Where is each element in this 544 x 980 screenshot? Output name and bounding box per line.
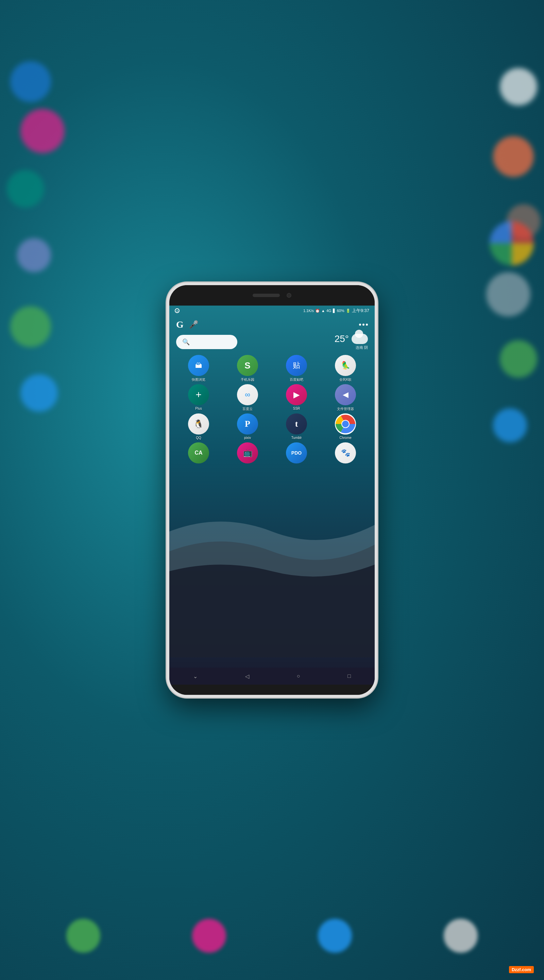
status-left: ◎ <box>175 308 179 313</box>
app-baidu-yun[interactable]: ∞ 百度云 <box>234 384 261 411</box>
app-label-qq: QQ <box>196 436 201 440</box>
dot2 <box>362 324 365 326</box>
app-grid: 🏔 快图浏览 S 手机乐园 贴 百度贴吧 <box>169 355 375 668</box>
nav-bar: ⌄ ◁ ○ □ <box>169 668 375 685</box>
search-bar[interactable]: 🔍 <box>176 335 237 349</box>
app-label-plus: Plus <box>195 407 201 410</box>
app-pixiv[interactable]: P pixiv <box>234 414 261 440</box>
google-bar: G 🎤 <box>169 316 375 334</box>
location-icon: ◎ <box>175 308 179 313</box>
phone-screen: ◎ 1.1K/s ⏰ ▲ 4G ▋ 60% 🔋 上午9:37 G 🎤 <box>169 305 375 685</box>
app-row-3: 🐧 QQ P pixiv t Tumblr <box>174 414 370 440</box>
bg-bottom-icon-3 <box>318 919 352 953</box>
app-icon-baidu-tie: 贴 <box>286 355 307 376</box>
app-label-baidu-yun: 百度云 <box>243 407 253 411</box>
app-icon-file: ◀ <box>335 384 356 405</box>
wifi-icon: ▲ <box>321 309 325 313</box>
bg-bottom-icon-4 <box>444 919 478 953</box>
nav-chevron[interactable]: ⌄ <box>190 670 200 682</box>
bg-bottom-icon-1 <box>66 919 100 953</box>
app-plus[interactable]: + Plus <box>185 384 212 411</box>
app-icon-baidu-main: 🐾 <box>335 442 356 463</box>
app-icon-pixiv: P <box>237 414 258 434</box>
battery-icon: 🔋 <box>346 309 351 313</box>
app-tumblr[interactable]: t Tumblr <box>283 414 310 440</box>
weather-temperature: 25° <box>335 334 349 344</box>
app-row-1: 🏔 快图浏览 S 手机乐园 贴 百度贴吧 <box>174 355 370 382</box>
google-icons-left: G 🎤 <box>176 319 198 330</box>
app-row-4: CA 📺 PDO 🐾 <box>174 442 370 465</box>
app-icon-qq: 🐧 <box>188 414 209 434</box>
bg-bottom-row <box>0 919 544 953</box>
app-shouji[interactable]: S 手机乐园 <box>234 355 261 382</box>
app-icon-ca: CA <box>188 442 209 463</box>
app-label-pixiv: pixiv <box>244 436 251 440</box>
app-label-kuaitu: 快图浏览 <box>192 377 205 382</box>
app-qq[interactable]: 🐧 QQ <box>185 414 212 440</box>
dot1 <box>359 324 361 326</box>
microphone-icon[interactable]: 🎤 <box>189 320 198 329</box>
phone-speaker <box>253 294 280 297</box>
battery-percent: 60% <box>337 309 344 313</box>
app-label-chrome: Chrome <box>339 436 352 440</box>
app-icon-baidu-yun: ∞ <box>237 384 258 405</box>
app-ssr[interactable]: ▶ SSR <box>283 384 310 411</box>
app-label-tumblr: Tumblr <box>291 436 302 440</box>
app-label-kmk: 全民K歌 <box>339 377 352 382</box>
signal-bars: ▋ <box>333 309 336 313</box>
app-label-baidu-tie: 百度贴吧 <box>290 377 303 382</box>
bg-bottom-icon-2 <box>192 919 226 953</box>
app-label-shouji: 手机乐园 <box>241 377 254 382</box>
app-label-ssr: SSR <box>293 407 300 410</box>
status-right: 1.1K/s ⏰ ▲ 4G ▋ 60% 🔋 上午9:37 <box>303 308 369 314</box>
app-icon-ssr: ▶ <box>286 384 307 405</box>
app-icon-chrome <box>335 414 356 434</box>
phone-top-bar <box>169 285 375 305</box>
nav-home[interactable]: ○ <box>294 670 303 682</box>
app-icon-bilibili: 📺 <box>237 442 258 463</box>
svg-point-2 <box>342 421 349 427</box>
app-label-file: 文件管理器 <box>337 407 354 411</box>
dot3 <box>366 324 368 326</box>
app-icon-plus: + <box>188 384 209 405</box>
app-icon-kuaitu: 🏔 <box>188 355 209 376</box>
app-icon-shouji: S <box>237 355 258 376</box>
signal-4g: 4G <box>327 309 331 313</box>
status-bar: ◎ 1.1K/s ⏰ ▲ 4G ▋ 60% 🔋 上午9:37 <box>169 305 375 316</box>
phone-camera <box>287 293 291 298</box>
app-ca[interactable]: CA <box>185 442 212 465</box>
weather-widget: 25° 连南 阴 <box>335 334 368 350</box>
nav-back[interactable]: ◁ <box>243 670 252 682</box>
app-kuaitu[interactable]: 🏔 快图浏览 <box>185 355 212 382</box>
nav-recent[interactable]: □ <box>345 670 354 682</box>
watermark: Dzzf.com <box>509 966 534 973</box>
weather-city: 连南 阴 <box>335 345 368 350</box>
app-file[interactable]: ◀ 文件管理器 <box>332 384 359 411</box>
google-logo[interactable]: G <box>176 319 184 330</box>
app-drawer-button[interactable] <box>359 324 368 326</box>
phone-bottom <box>169 685 375 695</box>
weather-cloud-icon <box>352 334 368 344</box>
search-weather-row: 🔍 25° 连南 阴 <box>169 334 375 355</box>
app-icon-tumblr: t <box>286 414 307 434</box>
alarm-icon: ⏰ <box>315 309 320 313</box>
app-baidu-tie[interactable]: 贴 百度贴吧 <box>283 355 310 382</box>
app-baidu-main[interactable]: 🐾 <box>332 442 359 465</box>
app-kmk[interactable]: 🦜 全民K歌 <box>332 355 359 382</box>
weather-temp-row: 25° <box>335 334 368 344</box>
app-chrome[interactable]: Chrome <box>332 414 359 440</box>
app-pdo[interactable]: PDO <box>283 442 310 465</box>
app-bilibili[interactable]: 📺 <box>234 442 261 465</box>
search-icon: 🔍 <box>182 338 190 346</box>
phone-frame: ◎ 1.1K/s ⏰ ▲ 4G ▋ 60% 🔋 上午9:37 G 🎤 <box>167 282 377 698</box>
app-icon-pdo: PDO <box>286 442 307 463</box>
app-row-2: + Plus ∞ 百度云 ▶ SSR <box>174 384 370 411</box>
app-icon-kmk: 🦜 <box>335 355 356 376</box>
network-speed: 1.1K/s <box>303 309 314 313</box>
status-time: 上午9:37 <box>352 308 369 314</box>
